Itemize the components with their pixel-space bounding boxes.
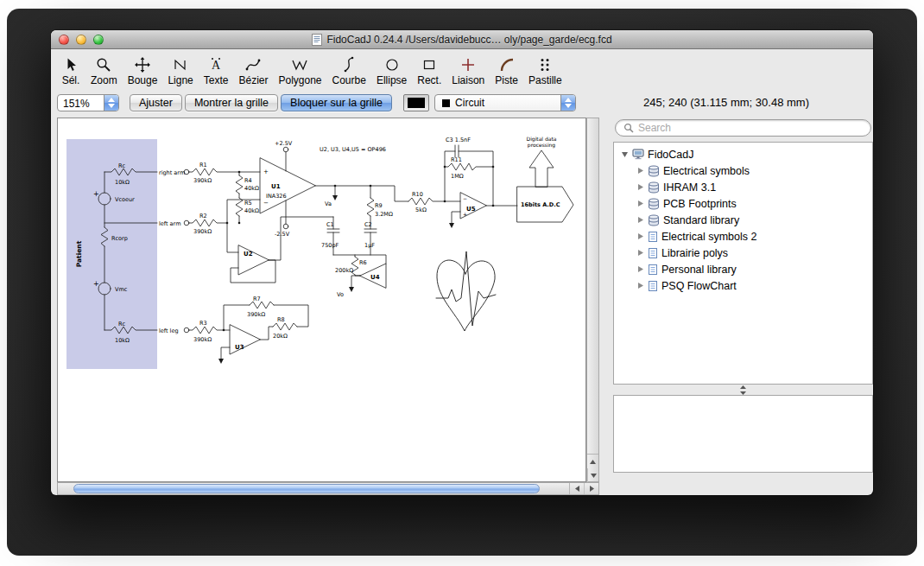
tool-label: Zoom [91,74,117,86]
tool-ellipse[interactable]: Ellipse [371,55,412,86]
tool-curve[interactable]: Courbe [327,55,371,86]
schematic-canvas[interactable]: Patient Rc 10kΩ + Vcoeur Rcorp + Vmc Rc … [58,118,585,481]
label-c3: C3 1.5nF [446,137,471,143]
disclosure-down-icon[interactable] [621,150,629,158]
scroll-right-arrow-icon[interactable] [584,483,598,494]
library-root[interactable]: FidoCadJ [614,146,872,162]
tool-rectangle[interactable]: Rect. [412,55,446,86]
ellipse-icon [383,55,402,73]
library-item-label: Personal library [661,264,737,276]
label-r10: R10 [412,191,423,198]
tool-text[interactable]: A Texte [199,55,234,86]
library-item-electrical-symbols[interactable]: Electrical symbols [614,162,872,179]
track-icon [497,55,516,73]
label-opamp-note: U2, U3, U4,U5 = OP496 [320,146,386,153]
library-item-label: Electrical symbols 2 [661,231,756,243]
tool-track[interactable]: Piste [490,55,523,86]
horizontal-scroll-arrows [569,483,598,494]
label-r3: R3 [199,320,207,327]
tool-line[interactable]: Ligne [162,55,198,86]
tool-zoom[interactable]: Zoom [85,55,123,86]
disclosure-right-icon[interactable] [636,183,644,191]
panel-splitter[interactable] [613,385,873,395]
disclosure-right-icon[interactable] [636,167,644,175]
show-grid-button[interactable]: Montrer la grille [185,94,278,111]
search-input[interactable] [638,122,863,134]
maximize-button[interactable] [93,35,104,45]
label-vcoeur: Vcoeur [115,196,135,203]
label-u1-part: INA326 [266,193,287,200]
label-left-leg: left leg [159,328,179,334]
scroll-up-arrow-icon[interactable] [587,455,598,468]
tool-polygon[interactable]: Polygone [273,55,326,86]
screen: FidoCadJ 0.24.4 /Users/davidebucc… oly/p… [0,0,924,566]
horizontal-scroll-thumb[interactable] [73,484,540,493]
splitter-arrows-icon [738,385,748,395]
library-file-icon [648,231,658,243]
library-item-ihram[interactable]: IHRAM 3.1 [614,179,872,195]
label-c1: C1 [326,221,334,228]
tool-pad[interactable]: Pastille [523,55,567,86]
label-u1-plus: + [263,169,269,175]
label-r2: R2 [199,213,207,219]
tool-connection[interactable]: Liaison [446,55,490,86]
disclosure-right-icon[interactable] [636,216,644,224]
label-adc: 16bits A.D.C [521,201,560,208]
close-button[interactable] [59,35,69,45]
label-left-arm: left arm [159,220,180,227]
computer-icon [632,149,644,160]
vertical-scrollbar[interactable] [586,118,599,482]
layer-color-swatch [408,98,425,108]
zoom-stepper-icon[interactable] [104,95,118,111]
snap-grid-button[interactable]: Bloquer sur la grille [281,94,392,111]
label-r8-value: 20kΩ [273,333,288,340]
library-item-standard-library[interactable]: Standard library [614,212,872,228]
titlebar[interactable]: FidoCadJ 0.24.4 /Users/davidebucc… oly/p… [51,30,873,49]
tool-select[interactable]: Sél. [56,55,85,86]
library-search-field[interactable] [615,119,871,137]
layer-popup[interactable]: Circuit [434,94,576,111]
label-r9: R9 [375,202,383,209]
disclosure-right-icon[interactable] [636,265,644,273]
disclosure-right-icon[interactable] [636,282,644,289]
polygon-icon [290,55,309,73]
disclosure-right-icon[interactable] [636,232,644,240]
fidocadj-window: FidoCadJ 0.24.4 /Users/davidebucc… oly/p… [51,30,873,495]
tool-move[interactable]: Bouge [123,55,163,86]
library-item-electrical-symbols-2[interactable]: Electrical symbols 2 [614,228,872,245]
label-rc-bottom: Rc [118,321,126,328]
label-r8: R8 [277,316,285,323]
label-va: Va [325,200,332,207]
library-tree[interactable]: FidoCadJ Electrical symbols IHRAM 3.1 [613,142,873,385]
layer-popup-stepper-icon[interactable] [560,95,575,111]
line-icon [171,55,190,73]
label-r10-value: 5kΩ [415,207,427,213]
label-rcorp: Rcorp [111,235,128,242]
library-item-pcb-footprints[interactable]: PCB Footprints [614,195,872,212]
drawing-canvas[interactable]: Patient Rc 10kΩ + Vcoeur Rcorp + Vmc Rc … [57,118,586,482]
pad-icon [535,55,554,73]
disclosure-right-icon[interactable] [636,249,644,257]
library-item-label: Standard library [663,214,739,226]
disclosure-right-icon[interactable] [636,200,644,207]
library-stack-icon [648,165,660,177]
scroll-down-arrow-icon[interactable] [587,468,598,482]
layer-color-well[interactable] [403,94,429,111]
label-r7-value: 390kΩ [247,311,265,318]
magnifier-icon [94,55,113,73]
library-item-label: Librairie polys [661,247,728,259]
minimize-button[interactable] [76,35,86,45]
label-u2: U2 [244,251,253,258]
symbol-preview-panel [613,395,873,473]
label-c2: C2 [364,221,372,228]
library-item-librairie-polys[interactable]: Librairie polys [614,245,872,261]
library-item-psq-flowchart[interactable]: PSQ FlowChart [614,277,872,294]
label-plus-vcoeur: + [93,190,99,198]
tool-bezier[interactable]: Bézier [233,55,273,86]
fit-button[interactable]: Ajuster [130,94,182,111]
horizontal-scrollbar[interactable] [57,482,599,495]
library-item-personal-library[interactable]: Personal library [614,261,872,277]
label-c1-value: 750pF [321,242,339,249]
scroll-left-arrow-icon[interactable] [570,483,584,494]
zoom-combo[interactable]: 151% [57,94,119,111]
